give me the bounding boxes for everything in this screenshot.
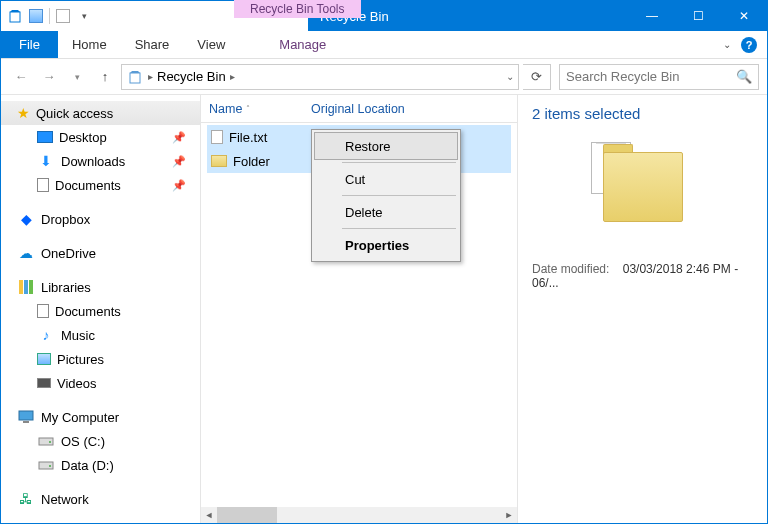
desktop-icon (37, 131, 53, 143)
qat-separator (49, 8, 50, 24)
breadcrumb-sep-icon[interactable]: ▸ (148, 71, 153, 82)
nav-dropbox[interactable]: ◆ Dropbox (1, 207, 200, 231)
nav-onedrive[interactable]: ☁ OneDrive (1, 241, 200, 265)
file-tab[interactable]: File (1, 31, 58, 58)
picture-icon (37, 353, 51, 365)
nav-label: Downloads (61, 154, 125, 169)
refresh-button[interactable]: ⟳ (523, 64, 551, 90)
nav-label: Data (D:) (61, 458, 114, 473)
svg-rect-2 (19, 411, 33, 420)
recent-dropdown-icon[interactable]: ▾ (65, 65, 89, 89)
window-titlebar: ▾ Recycle Bin Tools Recycle Bin — ☐ ✕ (1, 1, 767, 31)
svg-point-5 (49, 441, 51, 443)
ribbon-context-tab: Recycle Bin Tools (234, 0, 361, 18)
context-menu-separator (342, 228, 456, 229)
drive-icon (37, 456, 55, 474)
address-location-icon (126, 68, 144, 86)
search-input[interactable]: Search Recycle Bin 🔍 (559, 64, 759, 90)
context-menu: Restore Cut Delete Properties (311, 129, 461, 262)
sort-arrow-icon: ˄ (246, 104, 250, 113)
document-icon (37, 178, 49, 192)
pin-icon: 📌 (172, 155, 186, 168)
context-menu-properties[interactable]: Properties (314, 231, 458, 259)
ribbon: File Home Share View Manage ⌄ ? (1, 31, 767, 59)
nav-label: OneDrive (41, 246, 96, 261)
breadcrumb[interactable]: Recycle Bin (157, 69, 226, 84)
nav-label: My Computer (41, 410, 119, 425)
context-menu-separator (342, 195, 456, 196)
context-menu-delete[interactable]: Delete (314, 198, 458, 226)
svg-rect-6 (39, 462, 53, 469)
nav-libraries[interactable]: Libraries (1, 275, 200, 299)
nav-label: Desktop (59, 130, 107, 145)
pin-icon: 📌 (172, 179, 186, 192)
forward-button[interactable]: → (37, 65, 61, 89)
tab-share[interactable]: Share (121, 31, 184, 58)
back-button[interactable]: ← (9, 65, 33, 89)
details-pane: 2 items selected Date modified: 03/03/20… (517, 95, 767, 523)
qat-item-icon[interactable] (29, 9, 43, 23)
details-metadata: Date modified: 03/03/2018 2:46 PM - 06/.… (532, 262, 753, 290)
column-name[interactable]: Name ˄ (209, 102, 307, 116)
drive-icon (37, 432, 55, 450)
qat-dropdown-icon[interactable]: ▾ (76, 8, 92, 24)
nav-downloads[interactable]: ⬇ Downloads 📌 (1, 149, 200, 173)
column-original-location[interactable]: Original Location (307, 102, 405, 116)
nav-label: Documents (55, 178, 121, 193)
context-menu-restore[interactable]: Restore (314, 132, 458, 160)
help-icon[interactable]: ? (741, 37, 757, 53)
scrollbar-track[interactable] (217, 507, 501, 523)
svg-rect-3 (23, 421, 29, 423)
horizontal-scrollbar[interactable]: ◄ ► (201, 507, 517, 523)
column-name-label: Name (209, 102, 242, 116)
context-menu-cut[interactable]: Cut (314, 165, 458, 193)
minimize-button[interactable]: — (629, 9, 675, 23)
nav-lib-music[interactable]: ♪ Music (1, 323, 200, 347)
dropbox-icon: ◆ (17, 210, 35, 228)
tab-home[interactable]: Home (58, 31, 121, 58)
column-headers: Name ˄ Original Location (201, 95, 517, 123)
svg-rect-1 (130, 73, 140, 83)
breadcrumb-sep-icon[interactable]: ▸ (230, 71, 235, 82)
scroll-right-icon[interactable]: ► (501, 507, 517, 523)
nav-lib-videos[interactable]: Videos (1, 371, 200, 395)
address-dropdown-icon[interactable]: ⌄ (506, 71, 514, 82)
pin-icon: 📌 (172, 131, 186, 144)
nav-quick-access[interactable]: ★ Quick access (1, 101, 200, 125)
libraries-icon (17, 278, 35, 296)
computer-icon (17, 408, 35, 426)
folder-thumbnail-icon (603, 152, 683, 222)
download-icon: ⬇ (37, 152, 55, 170)
file-name: File.txt (229, 130, 267, 145)
nav-desktop[interactable]: Desktop 📌 (1, 125, 200, 149)
search-icon: 🔍 (736, 69, 752, 84)
nav-drive-c[interactable]: OS (C:) (1, 429, 200, 453)
navigation-pane: ★ Quick access Desktop 📌 ⬇ Downloads 📌 D… (1, 95, 201, 523)
qat-item-icon[interactable] (56, 9, 70, 23)
collapse-ribbon-icon[interactable]: ⌄ (723, 39, 731, 50)
nav-lib-documents[interactable]: Documents (1, 299, 200, 323)
window-title-area: Recycle Bin — ☐ ✕ (308, 1, 767, 31)
tab-view[interactable]: View (183, 31, 239, 58)
scroll-left-icon[interactable]: ◄ (201, 507, 217, 523)
nav-label: Libraries (41, 280, 91, 295)
close-button[interactable]: ✕ (721, 9, 767, 23)
file-name: Folder (233, 154, 270, 169)
address-bar[interactable]: ▸ Recycle Bin ▸ ⌄ (121, 64, 519, 90)
nav-my-computer[interactable]: My Computer (1, 405, 200, 429)
preview-thumbnail (583, 142, 703, 242)
nav-documents[interactable]: Documents 📌 (1, 173, 200, 197)
nav-network[interactable]: 🖧 Network (1, 487, 200, 511)
tab-manage[interactable]: Manage (265, 31, 340, 58)
address-row: ← → ▾ ↑ ▸ Recycle Bin ▸ ⌄ ⟳ Search Recyc… (1, 59, 767, 95)
scrollbar-thumb[interactable] (217, 507, 277, 523)
maximize-button[interactable]: ☐ (675, 9, 721, 23)
up-button[interactable]: ↑ (93, 65, 117, 89)
nav-drive-d[interactable]: Data (D:) (1, 453, 200, 477)
nav-label: Dropbox (41, 212, 90, 227)
nav-lib-pictures[interactable]: Pictures (1, 347, 200, 371)
svg-point-7 (49, 465, 51, 467)
context-menu-separator (342, 162, 456, 163)
nav-label: Documents (55, 304, 121, 319)
quick-access-toolbar: ▾ (1, 1, 98, 31)
